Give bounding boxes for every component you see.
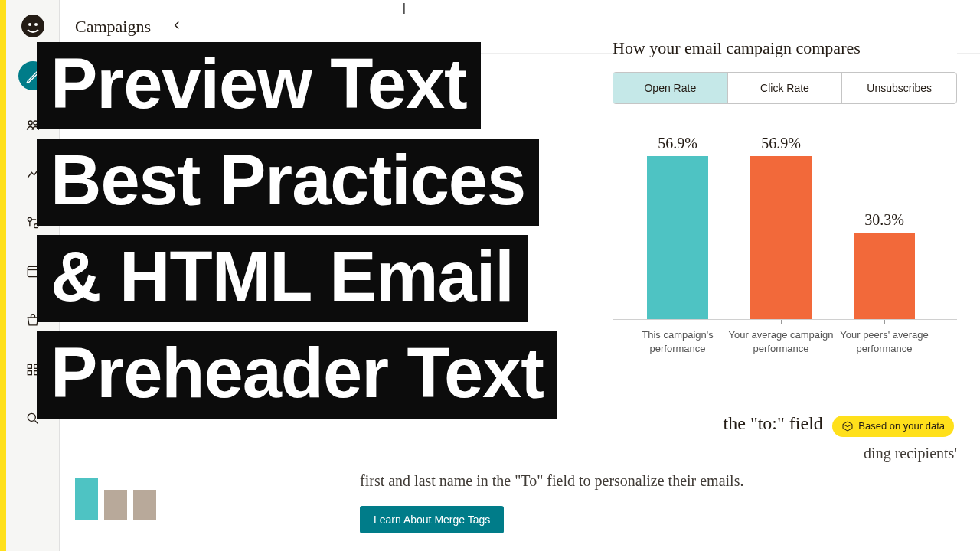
mailchimp-logo[interactable] bbox=[21, 14, 45, 41]
bar bbox=[854, 233, 915, 319]
mini-bar bbox=[104, 490, 127, 520]
section-body-line-2: first and last name in the "To" field to… bbox=[360, 469, 957, 492]
bar-your-average: 56.9% Your average campaign performance bbox=[750, 156, 812, 319]
section-body-fragment-1: ding recipients' bbox=[222, 442, 957, 465]
section-heading-fragment: the "to:" field bbox=[724, 413, 823, 433]
tab-unsubscribes[interactable]: Unsubscribes bbox=[842, 73, 956, 103]
svg-rect-10 bbox=[28, 371, 31, 375]
svg-point-5 bbox=[28, 217, 31, 221]
svg-point-3 bbox=[28, 121, 32, 125]
bar bbox=[750, 156, 812, 319]
bar-peers-average: 30.3% Your peers' average performance bbox=[854, 233, 915, 319]
video-title-overlay: Preview Text Best Practices & HTML Email… bbox=[37, 42, 665, 428]
axis-tick bbox=[781, 320, 782, 324]
overlay-line-1: Preview Text bbox=[37, 42, 481, 129]
svg-rect-8 bbox=[28, 364, 31, 368]
svg-point-1 bbox=[28, 23, 31, 26]
mini-chart bbox=[75, 474, 182, 520]
bar-label: Your average campaign performance bbox=[727, 328, 835, 356]
tab-click-rate[interactable]: Click Rate bbox=[728, 73, 843, 103]
badge-label: Based on your data bbox=[858, 420, 945, 432]
axis-tick bbox=[678, 320, 678, 324]
svg-point-0 bbox=[21, 15, 44, 37]
accent-edge bbox=[0, 0, 6, 551]
bar-value: 30.3% bbox=[854, 211, 915, 229]
mini-bar bbox=[133, 490, 156, 520]
overlay-line-4: Preheader Text bbox=[37, 331, 557, 419]
axis-tick bbox=[884, 320, 885, 324]
personalize-section: the "to:" field Based on your data ding … bbox=[222, 413, 957, 533]
learn-merge-tags-button[interactable]: Learn About Merge Tags bbox=[360, 506, 504, 533]
bar-label: Your peers' average performance bbox=[831, 328, 938, 356]
mini-bar bbox=[75, 478, 98, 520]
svg-point-12 bbox=[28, 413, 35, 421]
svg-point-2 bbox=[34, 23, 38, 26]
based-on-your-data-badge: Based on your data bbox=[832, 416, 954, 437]
text-cursor-icon: I bbox=[402, 0, 407, 18]
section-title: Campaigns bbox=[75, 17, 151, 37]
data-box-icon bbox=[841, 420, 854, 432]
collapse-sidebar-button[interactable] bbox=[170, 18, 184, 35]
overlay-line-3: & HTML Email bbox=[37, 235, 528, 322]
bar-value: 56.9% bbox=[750, 135, 812, 152]
overlay-line-2: Best Practices bbox=[37, 139, 539, 226]
